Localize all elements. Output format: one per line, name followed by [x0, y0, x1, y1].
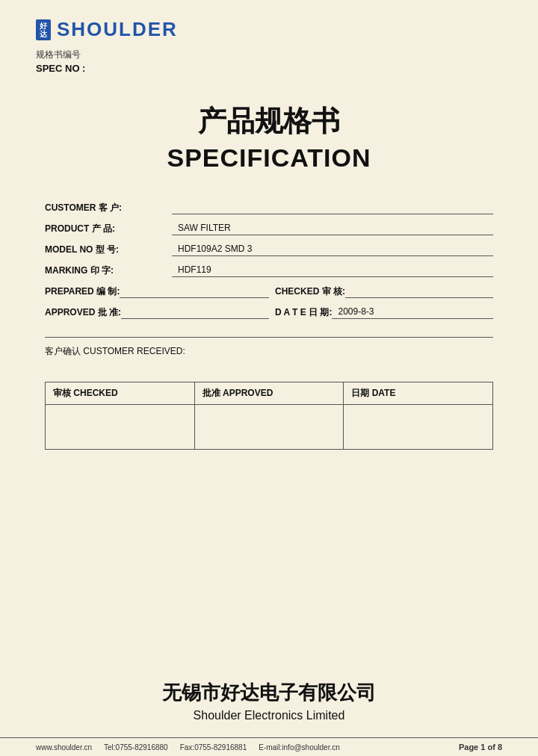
- checked-right: CHECKED 审 核:: [269, 285, 493, 298]
- marking-field-row: MARKING 印 字: HDF119: [45, 258, 493, 277]
- sig-approved-header: 批准 APPROVED: [194, 382, 344, 405]
- model-value-line: HDF109A2 SMD 3: [172, 243, 493, 256]
- sig-header-row: 审核 CHECKED 批准 APPROVED 日期 DATE: [46, 382, 493, 405]
- date-label: D A T E 日 期:: [269, 306, 332, 319]
- divider: [45, 337, 493, 338]
- spec-no-label: 规格书编号: [36, 49, 502, 61]
- checked-label: CHECKED 审 核:: [269, 285, 345, 298]
- approved-value-line: [121, 306, 269, 319]
- sig-checked-cell: [46, 405, 195, 450]
- sig-body-row: [46, 405, 493, 450]
- customer-value-line: [172, 201, 493, 214]
- footer-website: www.shoulder.cn: [36, 743, 92, 752]
- spec-no-bold: SPEC NO :: [36, 63, 502, 74]
- footer-page: Page 1 of 8: [459, 743, 502, 752]
- checked-value-line: [345, 285, 493, 298]
- product-field-row: PRODUCT 产 品: SAW FILTER: [45, 216, 493, 235]
- fields-section: CUSTOMER 客 户: PRODUCT 产 品: SAW FILTER MO…: [0, 188, 538, 328]
- product-value-line: SAW FILTER: [172, 222, 493, 235]
- model-field-row: MODEL NO 型 号: HDF109A2 SMD 3: [45, 237, 493, 256]
- marking-value: HDF119: [178, 264, 211, 275]
- date-value-line: 2009-8-3: [332, 306, 493, 319]
- prepared-label: PREPARED 编 制:: [45, 285, 120, 298]
- model-label: MODEL NO 型 号:: [45, 244, 172, 256]
- date-value: 2009-8-3: [338, 306, 374, 317]
- customer-field-row: CUSTOMER 客 户:: [45, 195, 493, 214]
- page: 好 达 SHOULDER 规格书编号 SPEC NO : 产品规格书 SPECI…: [0, 0, 538, 756]
- date-right: D A T E 日 期: 2009-8-3: [269, 306, 493, 319]
- logo-text: SHOULDER: [57, 18, 178, 41]
- approved-date-row: APPROVED 批 准: D A T E 日 期: 2009-8-3: [45, 300, 493, 319]
- model-value: HDF109A2 SMD 3: [178, 244, 252, 254]
- prepared-checked-row: PREPARED 编 制: CHECKED 审 核:: [45, 279, 493, 298]
- product-value: SAW FILTER: [178, 223, 231, 233]
- customer-received: 客户确认 CUSTOMER RECEIVED:: [0, 342, 538, 359]
- title-english: SPECIFICATION: [36, 143, 502, 173]
- footer-tel: Tel:0755-82916880: [104, 743, 168, 752]
- logo-icon: 好 达: [36, 19, 51, 40]
- company-chinese: 无锡市好达电子有限公司: [162, 680, 376, 706]
- header: 好 达 SHOULDER 规格书编号 SPEC NO :: [0, 0, 538, 80]
- sig-date-header: 日期 DATE: [344, 382, 493, 405]
- marking-value-line: HDF119: [172, 264, 493, 277]
- approved-left: APPROVED 批 准:: [45, 306, 269, 319]
- company-english: Shoulder Electronics Limited: [194, 709, 345, 722]
- prepared-left: PREPARED 编 制:: [45, 285, 269, 298]
- marking-label: MARKING 印 字:: [45, 264, 172, 277]
- footer-email: E-mail:info@shoulder.cn: [259, 743, 340, 752]
- footer: www.shoulder.cn Tel:0755-82916880 Fax:07…: [0, 737, 538, 756]
- sig-approved-cell: [194, 405, 344, 450]
- logo-area: 好 达 SHOULDER: [36, 18, 502, 41]
- product-label: PRODUCT 产 品:: [45, 223, 172, 235]
- company-section: 无锡市好达电子有限公司 Shoulder Electronics Limited: [0, 457, 538, 737]
- sig-checked-header: 审核 CHECKED: [46, 382, 195, 405]
- customer-label: CUSTOMER 客 户:: [45, 202, 172, 214]
- sig-date-cell: [344, 405, 493, 450]
- approved-label: APPROVED 批 准:: [45, 306, 121, 319]
- footer-left: www.shoulder.cn Tel:0755-82916880 Fax:07…: [36, 743, 340, 752]
- title-section: 产品规格书 SPECIFICATION: [0, 80, 538, 188]
- footer-fax: Fax:0755-82916881: [180, 743, 247, 752]
- prepared-value-line: [120, 285, 269, 298]
- signature-table: 审核 CHECKED 批准 APPROVED 日期 DATE: [45, 382, 493, 450]
- title-chinese: 产品规格书: [36, 102, 502, 140]
